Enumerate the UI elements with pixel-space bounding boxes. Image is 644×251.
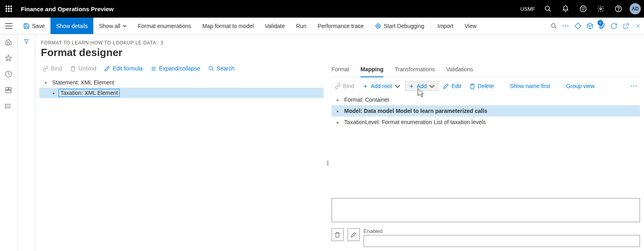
help-icon[interactable]	[610, 0, 626, 18]
svg-point-43	[209, 66, 213, 70]
tree-node-label: Model: Data model Model to learn paramet…	[343, 107, 489, 114]
validate-button[interactable]: Validate	[260, 18, 291, 34]
filter-icon[interactable]	[23, 38, 30, 251]
bind-button-right[interactable]: Bind	[332, 81, 358, 91]
tree-toggle-collapsed-icon[interactable]: ▸	[335, 120, 341, 124]
tab-transformations[interactable]: Transformations	[394, 64, 435, 77]
bell-icon[interactable]	[557, 0, 574, 18]
import-button[interactable]: Import	[432, 18, 459, 34]
save-button[interactable]: Save	[18, 18, 50, 34]
svg-point-12	[582, 8, 583, 8]
svg-point-13	[584, 8, 585, 8]
tree-toggle-collapsed-icon[interactable]: ▸	[50, 91, 57, 95]
add-button[interactable]: Add	[405, 81, 439, 91]
svg-point-11	[580, 6, 586, 12]
tree-row[interactable]: ▾ Statement: XML Element	[39, 77, 324, 88]
expand-collapse-button[interactable]: Expand/collapse	[147, 64, 203, 73]
search-icon[interactable]	[540, 0, 556, 18]
tree-node-label: Statement: XML Element	[50, 79, 116, 86]
start-debugging-button[interactable]: Start Debugging	[369, 18, 430, 34]
svg-rect-5	[10, 8, 12, 10]
star-icon[interactable]	[5, 54, 13, 62]
workspace-icon[interactable]	[5, 86, 13, 94]
svg-point-39	[5, 108, 6, 108]
map-format-button[interactable]: Map format to model	[197, 18, 259, 34]
svg-rect-8	[10, 10, 12, 12]
attach-badge: 0	[598, 20, 603, 26]
group-view-button[interactable]: Group view	[563, 81, 598, 91]
bind-button-left[interactable]: Bind	[39, 64, 65, 73]
svg-line-44	[212, 69, 213, 71]
enabled-label: Enabled	[364, 228, 640, 234]
tab-mapping[interactable]: Mapping	[360, 64, 384, 77]
unbind-button[interactable]: Unbind	[67, 64, 99, 73]
more-icon[interactable]: ···	[560, 18, 572, 34]
clock-icon[interactable]	[5, 70, 13, 78]
svg-point-14	[600, 8, 602, 10]
mapping-tree[interactable]: ▸ Format: Container ▸ Model: Data model …	[332, 94, 640, 128]
command-bar: Save Show details Show all Format enumer…	[0, 18, 644, 34]
tab-validations[interactable]: Validations	[446, 64, 473, 77]
tree-toggle-collapsed-icon[interactable]: ▸	[335, 98, 341, 102]
delete-button[interactable]: Delete	[466, 81, 497, 91]
run-button[interactable]: Run	[290, 18, 312, 34]
page-title: Format designer	[41, 46, 638, 59]
tree-row-selected[interactable]: ▸ Model: Data model Model to learn param…	[332, 105, 640, 116]
close-icon[interactable]	[632, 18, 644, 34]
topbar: Finance and Operations Preview USMF AD	[0, 0, 644, 18]
show-name-first-button[interactable]: Show name first	[507, 81, 553, 91]
diamond-icon[interactable]	[572, 18, 584, 34]
show-details-label: Show details	[56, 23, 88, 29]
smile-icon[interactable]	[575, 0, 591, 18]
show-details-button[interactable]: Show details	[50, 18, 93, 34]
svg-rect-1	[8, 6, 10, 7]
delete-formula-button[interactable]	[332, 228, 344, 241]
right-tabs: Format Mapping Transformations Validatio…	[332, 61, 640, 77]
tree-toggle-expanded-icon[interactable]: ▾	[42, 80, 49, 85]
attach-icon[interactable]: 0	[596, 18, 608, 34]
box-icon[interactable]	[584, 18, 596, 34]
format-tree-pane: Bind Unbind Edit formula Expand/collapse	[35, 61, 328, 251]
svg-point-9	[545, 6, 549, 10]
formula-text-area[interactable]	[332, 198, 640, 222]
search-button-left[interactable]: Search	[205, 64, 237, 73]
avatar[interactable]: AD	[630, 3, 641, 14]
format-tree[interactable]: ▾ Statement: XML Element ▸ Taxation: XML…	[39, 77, 324, 98]
refresh-icon[interactable]	[608, 18, 620, 34]
view-button[interactable]: View	[459, 18, 482, 34]
add-root-button[interactable]: Add root	[359, 81, 404, 91]
modules-icon[interactable]	[5, 102, 13, 110]
find-icon[interactable]	[548, 18, 560, 34]
chevron-down-icon	[394, 83, 400, 89]
edit-formula-button[interactable]: Edit formula	[101, 64, 146, 73]
home-icon[interactable]	[5, 38, 13, 46]
popout-icon[interactable]	[620, 18, 632, 34]
show-all-button[interactable]: Show all	[93, 18, 132, 34]
svg-rect-32	[8, 87, 11, 90]
edit-button[interactable]: Edit	[440, 81, 464, 91]
app-title: Finance and Operations Preview	[18, 6, 114, 12]
performance-trace-button[interactable]: Performance trace	[312, 18, 369, 34]
tree-node-label: Format: Container	[343, 96, 391, 103]
tree-row[interactable]: ▸ Format: Container	[332, 94, 640, 105]
gear-icon[interactable]	[593, 0, 609, 18]
tree-toggle-collapsed-icon[interactable]: ▸	[335, 109, 341, 113]
hamburger-icon[interactable]	[0, 18, 18, 34]
debug-icon	[375, 23, 381, 29]
filter-column	[18, 34, 35, 251]
nav-rail	[0, 34, 18, 251]
svg-rect-7	[8, 10, 10, 12]
app-launcher-icon[interactable]	[0, 0, 18, 18]
tree-row[interactable]: ▸ TaxationLevel: Format enumeration List…	[332, 116, 640, 128]
enabled-field[interactable]	[364, 235, 640, 247]
company-badge[interactable]: USMF	[517, 6, 538, 12]
format-enumerations-button[interactable]: Format enumerations	[132, 18, 197, 34]
tab-format[interactable]: Format	[332, 64, 349, 77]
svg-rect-2	[10, 6, 12, 7]
tree-row-selected[interactable]: ▸ Taxation: XML Element	[39, 88, 324, 98]
svg-rect-33	[6, 90, 11, 93]
chevron-down-icon	[123, 25, 127, 27]
save-label: Save	[32, 23, 45, 29]
edit-formula-square-button[interactable]	[348, 228, 360, 241]
more-icon-right[interactable]: ···	[628, 81, 640, 91]
